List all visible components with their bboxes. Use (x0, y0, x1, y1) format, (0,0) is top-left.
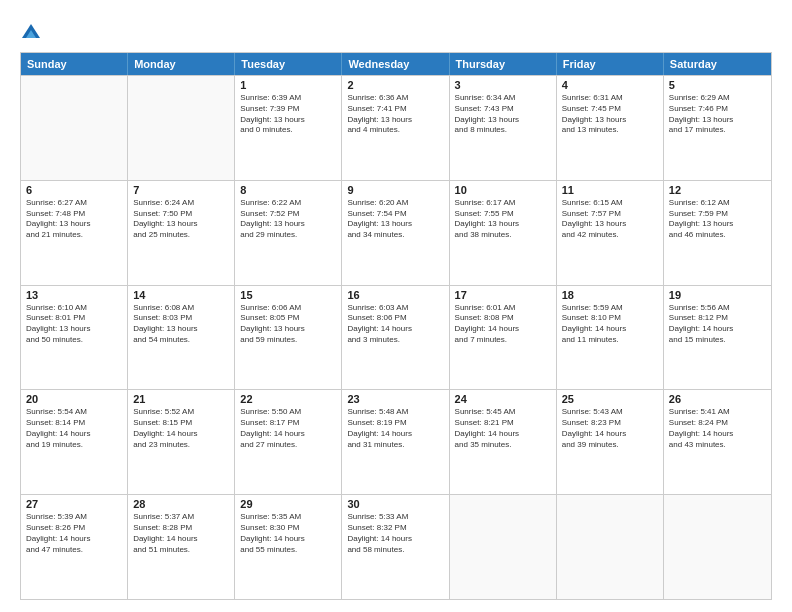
day-cell-22: 22Sunrise: 5:50 AMSunset: 8:17 PMDayligh… (235, 390, 342, 494)
cell-line: Sunrise: 6:31 AM (562, 93, 658, 104)
cell-line: Daylight: 13 hours (347, 219, 443, 230)
cell-line: Sunset: 8:10 PM (562, 313, 658, 324)
cell-line: Sunset: 8:06 PM (347, 313, 443, 324)
cell-line: and 39 minutes. (562, 440, 658, 451)
cell-line: Sunset: 8:26 PM (26, 523, 122, 534)
cell-line: Daylight: 13 hours (562, 219, 658, 230)
header (20, 18, 772, 42)
page: SundayMondayTuesdayWednesdayThursdayFrid… (0, 0, 792, 612)
day-cell-29: 29Sunrise: 5:35 AMSunset: 8:30 PMDayligh… (235, 495, 342, 599)
day-cell-19: 19Sunrise: 5:56 AMSunset: 8:12 PMDayligh… (664, 286, 771, 390)
cell-line: Sunrise: 5:50 AM (240, 407, 336, 418)
cell-line: Sunrise: 6:24 AM (133, 198, 229, 209)
empty-cell (664, 495, 771, 599)
cell-line: and 38 minutes. (455, 230, 551, 241)
day-cell-4: 4Sunrise: 6:31 AMSunset: 7:45 PMDaylight… (557, 76, 664, 180)
empty-cell (450, 495, 557, 599)
day-number: 18 (562, 289, 658, 301)
calendar-row-3: 20Sunrise: 5:54 AMSunset: 8:14 PMDayligh… (21, 389, 771, 494)
day-cell-30: 30Sunrise: 5:33 AMSunset: 8:32 PMDayligh… (342, 495, 449, 599)
cell-line: Daylight: 13 hours (133, 219, 229, 230)
header-day-friday: Friday (557, 53, 664, 75)
cell-line: Sunrise: 6:15 AM (562, 198, 658, 209)
day-cell-2: 2Sunrise: 6:36 AMSunset: 7:41 PMDaylight… (342, 76, 449, 180)
cell-line: Sunrise: 5:45 AM (455, 407, 551, 418)
cell-line: Sunset: 8:30 PM (240, 523, 336, 534)
empty-cell (128, 76, 235, 180)
day-cell-12: 12Sunrise: 6:12 AMSunset: 7:59 PMDayligh… (664, 181, 771, 285)
cell-line: Sunset: 8:19 PM (347, 418, 443, 429)
cell-line: Sunrise: 6:12 AM (669, 198, 766, 209)
cell-line: Daylight: 13 hours (347, 115, 443, 126)
day-number: 22 (240, 393, 336, 405)
day-cell-24: 24Sunrise: 5:45 AMSunset: 8:21 PMDayligh… (450, 390, 557, 494)
day-cell-5: 5Sunrise: 6:29 AMSunset: 7:46 PMDaylight… (664, 76, 771, 180)
day-cell-1: 1Sunrise: 6:39 AMSunset: 7:39 PMDaylight… (235, 76, 342, 180)
cell-line: Daylight: 14 hours (347, 534, 443, 545)
cell-line: Daylight: 14 hours (562, 429, 658, 440)
cell-line: and 8 minutes. (455, 125, 551, 136)
cell-line: and 55 minutes. (240, 545, 336, 556)
cell-line: and 27 minutes. (240, 440, 336, 451)
cell-line: Sunrise: 6:01 AM (455, 303, 551, 314)
day-cell-16: 16Sunrise: 6:03 AMSunset: 8:06 PMDayligh… (342, 286, 449, 390)
cell-line: Daylight: 14 hours (669, 429, 766, 440)
cell-line: Daylight: 13 hours (240, 324, 336, 335)
cell-line: Sunset: 8:12 PM (669, 313, 766, 324)
cell-line: and 31 minutes. (347, 440, 443, 451)
cell-line: Sunset: 8:17 PM (240, 418, 336, 429)
cell-line: Daylight: 13 hours (240, 115, 336, 126)
day-cell-10: 10Sunrise: 6:17 AMSunset: 7:55 PMDayligh… (450, 181, 557, 285)
day-number: 2 (347, 79, 443, 91)
empty-cell (557, 495, 664, 599)
day-cell-20: 20Sunrise: 5:54 AMSunset: 8:14 PMDayligh… (21, 390, 128, 494)
cell-line: and 21 minutes. (26, 230, 122, 241)
cell-line: and 59 minutes. (240, 335, 336, 346)
cell-line: Sunrise: 6:10 AM (26, 303, 122, 314)
cell-line: Daylight: 14 hours (26, 429, 122, 440)
cell-line: and 4 minutes. (347, 125, 443, 136)
day-number: 26 (669, 393, 766, 405)
cell-line: Sunset: 7:45 PM (562, 104, 658, 115)
header-day-saturday: Saturday (664, 53, 771, 75)
day-number: 12 (669, 184, 766, 196)
cell-line: Sunset: 8:28 PM (133, 523, 229, 534)
cell-line: Daylight: 14 hours (455, 324, 551, 335)
cell-line: Sunset: 8:05 PM (240, 313, 336, 324)
cell-line: Sunrise: 5:35 AM (240, 512, 336, 523)
cell-line: Daylight: 13 hours (455, 115, 551, 126)
cell-line: and 34 minutes. (347, 230, 443, 241)
day-cell-6: 6Sunrise: 6:27 AMSunset: 7:48 PMDaylight… (21, 181, 128, 285)
cell-line: and 25 minutes. (133, 230, 229, 241)
cell-line: and 42 minutes. (562, 230, 658, 241)
cell-line: Daylight: 14 hours (669, 324, 766, 335)
day-number: 4 (562, 79, 658, 91)
header-day-sunday: Sunday (21, 53, 128, 75)
logo-icon (20, 20, 42, 42)
cell-line: and 15 minutes. (669, 335, 766, 346)
cell-line: Daylight: 13 hours (562, 115, 658, 126)
day-cell-14: 14Sunrise: 6:08 AMSunset: 8:03 PMDayligh… (128, 286, 235, 390)
cell-line: Sunset: 8:21 PM (455, 418, 551, 429)
day-number: 24 (455, 393, 551, 405)
day-cell-13: 13Sunrise: 6:10 AMSunset: 8:01 PMDayligh… (21, 286, 128, 390)
cell-line: Sunrise: 6:22 AM (240, 198, 336, 209)
day-number: 13 (26, 289, 122, 301)
cell-line: Sunrise: 6:27 AM (26, 198, 122, 209)
day-cell-25: 25Sunrise: 5:43 AMSunset: 8:23 PMDayligh… (557, 390, 664, 494)
day-number: 27 (26, 498, 122, 510)
day-number: 17 (455, 289, 551, 301)
cell-line: Sunset: 8:14 PM (26, 418, 122, 429)
cell-line: and 54 minutes. (133, 335, 229, 346)
cell-line: and 3 minutes. (347, 335, 443, 346)
cell-line: Sunrise: 6:20 AM (347, 198, 443, 209)
header-day-wednesday: Wednesday (342, 53, 449, 75)
calendar-row-0: 1Sunrise: 6:39 AMSunset: 7:39 PMDaylight… (21, 75, 771, 180)
day-cell-28: 28Sunrise: 5:37 AMSunset: 8:28 PMDayligh… (128, 495, 235, 599)
logo (20, 18, 45, 42)
cell-line: Sunrise: 6:17 AM (455, 198, 551, 209)
day-number: 3 (455, 79, 551, 91)
cell-line: Sunrise: 6:34 AM (455, 93, 551, 104)
day-number: 1 (240, 79, 336, 91)
cell-line: Daylight: 14 hours (240, 534, 336, 545)
